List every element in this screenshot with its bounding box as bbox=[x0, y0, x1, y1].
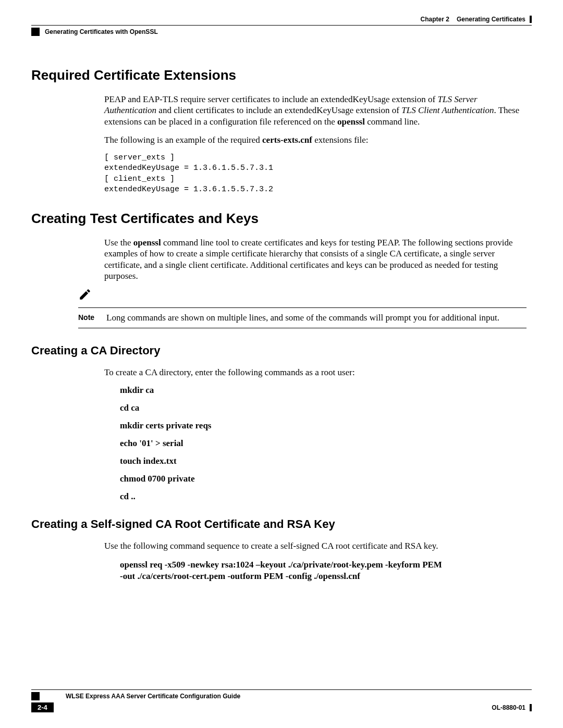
command-sequence: openssl req -x509 -newkey rsa:1024 –keyo… bbox=[120, 559, 532, 582]
doc-number: OL-8880-01 bbox=[492, 704, 525, 711]
paragraph: To create a CA directory, enter the foll… bbox=[104, 367, 527, 378]
command: echo '01' > serial bbox=[120, 438, 532, 449]
code-block: [ server_exts ] extendedKeyUsage = 1.3.6… bbox=[104, 153, 532, 195]
note-text: Long commands are shown on multiple line… bbox=[106, 312, 527, 324]
section-path: Generating Certificates with OpenSSL bbox=[45, 28, 158, 35]
page-number: 2-4 bbox=[31, 702, 54, 712]
command: chmod 0700 private bbox=[120, 474, 532, 484]
square-bullet-icon bbox=[31, 28, 40, 36]
command: cd .. bbox=[120, 491, 532, 502]
heading-creating-test-certs: Creating Test Certificates and Keys bbox=[31, 211, 532, 227]
page-footer: WLSE Express AAA Server Certificate Conf… bbox=[31, 689, 532, 712]
heading-required-extensions: Required Certificate Extensions bbox=[31, 67, 532, 83]
footer-bottom-row: 2-4 OL-8880-01 bbox=[31, 702, 532, 712]
command: mkdir certs private reqs bbox=[120, 421, 532, 431]
header-bar-icon bbox=[530, 16, 532, 23]
command-list: mkdir ca cd ca mkdir certs private reqs … bbox=[120, 385, 532, 502]
document-page: Chapter 2 Generating Certificates Genera… bbox=[0, 0, 563, 728]
paragraph: The following is an example of the requi… bbox=[104, 134, 527, 145]
pencil-icon bbox=[78, 290, 92, 304]
command: mkdir ca bbox=[120, 385, 532, 396]
command: cd ca bbox=[120, 403, 532, 413]
note-icon-container bbox=[78, 289, 532, 305]
header-rule bbox=[31, 25, 532, 26]
paragraph: Use the following command sequence to cr… bbox=[104, 540, 527, 551]
heading-self-signed-ca: Creating a Self-signed CA Root Certifica… bbox=[31, 517, 532, 531]
command: touch index.txt bbox=[120, 456, 532, 466]
square-bullet-icon bbox=[31, 692, 40, 700]
running-header: Chapter 2 Generating Certificates bbox=[31, 16, 532, 23]
footer-bar-icon bbox=[530, 704, 532, 711]
running-subheader: Generating Certificates with OpenSSL bbox=[31, 28, 532, 36]
footer-title-row: WLSE Express AAA Server Certificate Conf… bbox=[31, 692, 532, 700]
paragraph: Use the openssl command line tool to cre… bbox=[104, 237, 527, 281]
chapter-label: Chapter 2 bbox=[421, 16, 449, 23]
chapter-title: Generating Certificates bbox=[457, 16, 525, 23]
note-label: Note bbox=[78, 312, 99, 322]
guide-title: WLSE Express AAA Server Certificate Conf… bbox=[66, 693, 240, 700]
footer-rule bbox=[31, 689, 532, 690]
command-line: -out ./ca/certs/root-cert.pem -outform P… bbox=[120, 571, 532, 582]
paragraph: PEAP and EAP-TLS require server certific… bbox=[104, 94, 527, 127]
note-box: Note Long commands are shown on multiple… bbox=[78, 307, 527, 328]
heading-creating-ca-dir: Creating a CA Directory bbox=[31, 344, 532, 357]
command-line: openssl req -x509 -newkey rsa:1024 –keyo… bbox=[120, 559, 532, 571]
